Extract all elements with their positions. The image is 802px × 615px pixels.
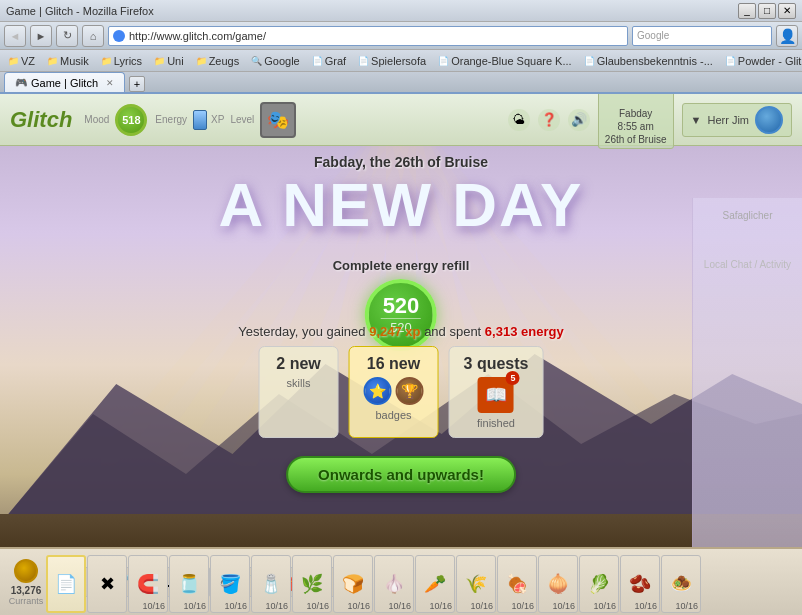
bookmark-uni[interactable]: 📁Uni [150,54,188,68]
xp-gained: 9,247 xp [369,324,424,339]
inv-icon-14: 🫘 [629,573,651,595]
inv-icon-5: 🧂 [260,573,282,595]
inv-item-7[interactable]: 🍞 10/16 [333,555,373,613]
skills-desc: skills [287,377,311,389]
energy-label: Energy [155,114,187,125]
level-stat: Level 🎭 [230,102,296,138]
tab-game-glitch[interactable]: 🎮 Game | Glitch ✕ [4,72,125,92]
bookmark-glaubens[interactable]: 📄Glaubensbekenntnis -... [580,54,717,68]
xp-middle: and spent [424,324,481,339]
home-button[interactable]: ⌂ [82,25,104,47]
window-controls[interactable]: _ □ ✕ [738,3,796,19]
inv-item-4[interactable]: 🪣 10/16 [210,555,250,613]
new-tab-button[interactable]: + [129,76,145,92]
currant-display: 13,276 Currants [4,559,48,606]
energy-stat: Energy [155,110,207,130]
inv-icon-4: 🪣 [219,573,241,595]
inv-icon-15: 🧆 [670,573,692,595]
level-character-icon: 🎭 [267,109,289,131]
quests-stat-box: 3 quests 📖 5 finished [449,346,544,438]
skills-number: 2 new [276,355,320,373]
inv-count-9: 10/16 [429,601,452,611]
inv-item-11[interactable]: 🍖 10/16 [497,555,537,613]
help-button[interactable]: ❓ [538,109,560,131]
bookmark-google[interactable]: 🔍Google [247,54,303,68]
bookmark-icon: 📄 [438,56,449,66]
inv-item-13[interactable]: 🥬 10/16 [579,555,619,613]
badge-icons: ⭐ 🏆 [364,377,424,405]
header-icons: 🌤 ❓ 🔊 Fabday 8:55 am 26th of Bruise ▼ He… [508,94,792,149]
inv-item-9[interactable]: 🥕 10/16 [415,555,455,613]
bookmark-icon: 📄 [358,56,369,66]
xp-prefix: Yesterday, you gained [238,324,365,339]
bookmark-vz[interactable]: 📁VZ [4,54,39,68]
bookmark-icon: 📁 [8,56,19,66]
onwards-button[interactable]: Onwards and upwards! [286,456,516,493]
address-bar[interactable]: http://www.glitch.com/game/ [108,26,628,46]
browser-toolbar: ◄ ► ↻ ⌂ http://www.glitch.com/game/ Goog… [0,22,802,50]
inv-count-4: 10/16 [224,601,247,611]
bookmark-zeugs[interactable]: 📁Zeugs [192,54,244,68]
badges-number: 16 new [367,355,420,373]
inv-count-8: 10/16 [388,601,411,611]
inv-icon-3: 🫙 [178,573,200,595]
day-announcement-panel: Fabday, the 26th of Bruise A NEW DAY [151,154,651,236]
profile-button[interactable]: 👤 [776,25,798,47]
bookmark-spielersofa[interactable]: 📄Spielersofa [354,54,430,68]
inv-item-3[interactable]: 🫙 10/16 [169,555,209,613]
google-icon [113,30,125,42]
energy-spent: 6,313 energy [485,324,564,339]
inv-count-15: 10/16 [675,601,698,611]
badge-icon-1: ⭐ [364,377,392,405]
inv-count-10: 10/16 [470,601,493,611]
inv-item-5[interactable]: 🧂 10/16 [251,555,291,613]
mood-value: 518 [122,114,140,126]
chat-panel-title: Local Chat / Activity [693,255,802,274]
forward-button[interactable]: ► [30,25,52,47]
back-button[interactable]: ◄ [4,25,26,47]
bookmark-musik[interactable]: 📁Musik [43,54,93,68]
bookmark-lyrics[interactable]: 📁Lyrics [97,54,146,68]
inv-item-6[interactable]: 🌿 10/16 [292,555,332,613]
inv-item-8[interactable]: 🧄 10/16 [374,555,414,613]
tab-label: Game | Glitch [31,77,98,89]
inv-item-1[interactable]: ✖ [87,555,127,613]
inv-count-11: 10/16 [511,601,534,611]
inv-icon-11: 🍖 [506,573,528,595]
minimize-button[interactable]: _ [738,3,756,19]
refresh-button[interactable]: ↻ [56,25,78,47]
inv-item-14[interactable]: 🫘 10/16 [620,555,660,613]
bookmark-graf[interactable]: 📄Graf [308,54,350,68]
user-menu[interactable]: ▼ Herr Jim [682,103,792,137]
inv-icon-9: 🥕 [424,573,446,595]
sound-button[interactable]: 🔊 [568,109,590,131]
bookmark-orange[interactable]: 📄Orange-Blue Square K... [434,54,575,68]
inv-item-10[interactable]: 🌾 10/16 [456,555,496,613]
bookmark-icon: 📁 [196,56,207,66]
inv-item-2[interactable]: 🧲 10/16 [128,555,168,613]
inv-item-12[interactable]: 🧅 10/16 [538,555,578,613]
inv-count-6: 10/16 [306,601,329,611]
game-scene: Safaglicher Local Chat / Activity Fabday… [0,146,802,584]
close-button[interactable]: ✕ [778,3,796,19]
weather-button[interactable]: 🌤 [508,109,530,131]
quest-book-icon: 📖 5 [478,377,514,413]
search-placeholder: Google [637,30,669,41]
bookmarks-bar: 📁VZ 📁Musik 📁Lyrics 📁Uni 📁Zeugs 🔍Google 📄… [0,50,802,72]
badges-stat-box: 16 new ⭐ 🏆 badges [349,346,439,438]
complete-energy-label: Complete energy refill [333,258,470,273]
inv-item-0[interactable]: 📄 [46,555,86,613]
browser-titlebar: Game | Glitch - Mozilla Firefox _ □ ✕ [0,0,802,22]
bookmark-icon: 🔍 [251,56,262,66]
username: Herr Jim [707,114,749,126]
bookmark-powder[interactable]: 📄Powder - Glitch Strate... [721,54,802,68]
game-container: Glitch Mood 518 Energy XP Level 🎭 🌤 ❓ 🔊 [0,94,802,584]
inv-icon-0: 📄 [55,573,77,595]
quests-desc: finished [477,417,515,429]
inv-item-15[interactable]: 🧆 10/16 [661,555,701,613]
maximize-button[interactable]: □ [758,3,776,19]
search-bar[interactable]: Google [632,26,772,46]
inv-icon-6: 🌿 [301,573,323,595]
tab-close-button[interactable]: ✕ [106,78,114,88]
day-subtitle: Fabday, the 26th of Bruise [151,154,651,170]
